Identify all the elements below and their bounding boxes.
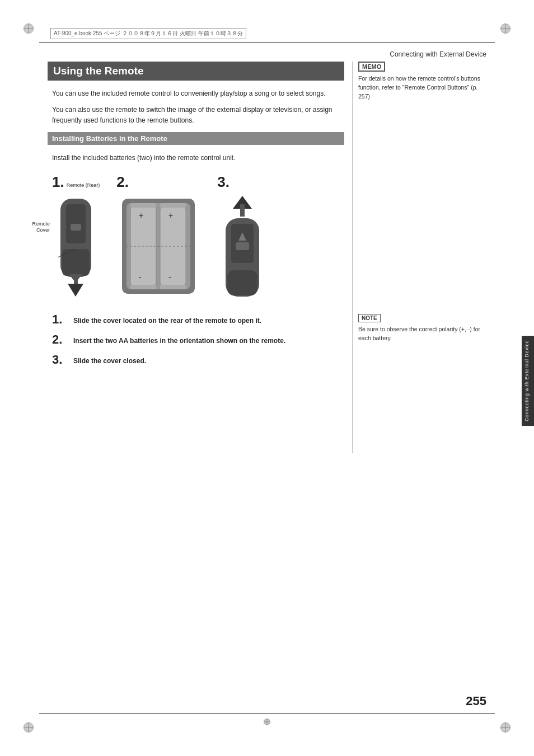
diagram-step1-label: Remote (Rear) [67,182,100,188]
corner-mark-tl [24,24,34,34]
remote-cover-label: RemoteCover [23,221,50,234]
top-border-line [39,42,495,43]
svg-text:-: - [168,273,171,281]
memo-text: For details on how the remote control's … [358,74,484,101]
corner-mark-br [500,722,510,732]
svg-text:-: - [139,273,142,281]
memo-label: MEMO [358,62,385,72]
corner-mark-bl [24,722,34,732]
svg-text:+: + [168,211,173,220]
page-header-title: Connecting with External Device [390,50,486,58]
diagram-step3-number: 3. [217,173,229,191]
diagram-step-3: 3. [217,173,268,299]
section-title: Using the Remote [48,62,344,81]
main-content: Using the Remote You can use the include… [48,62,344,706]
diagram-step-1: 1. Remote (Rear) RemoteCover [52,173,100,301]
file-info: AT-900_e.book 255 ページ ２００８年９月１６日 火曜日 午前１… [50,28,246,39]
svg-rect-22 [240,204,245,217]
diagram-step1-number: 1. [52,173,64,191]
svg-rect-3 [71,224,81,231]
step-item-2: 2. Insert the two AA batteries in the or… [52,334,344,346]
intro-paragraph-2: You can also use the remote to switch th… [48,105,344,126]
bottom-border-line [39,713,495,714]
svg-rect-24 [227,270,257,295]
remote-svg-1 [52,193,100,299]
bottom-center-mark [264,719,270,725]
step-item-1: 1. Slide the cover located on the rear o… [52,313,344,326]
diagram-step-2: 2. + - + - [116,173,200,299]
svg-rect-16 [130,203,156,208]
corner-mark-tr [500,24,510,34]
step-item-3: 3. Slide the cover closed. [52,354,344,366]
svg-rect-19 [160,285,186,289]
step-2-number: 2. [52,334,68,346]
install-text: Install the included batteries (two) int… [48,153,344,163]
remote-svg-3 [217,193,268,299]
svg-rect-26 [236,242,249,250]
svg-marker-7 [68,284,83,297]
page-number: 255 [466,694,486,708]
memo-box: MEMO For details on how the remote contr… [358,62,484,101]
step-1-number: 1. [52,313,68,326]
remote-svg-2: + - + - [116,193,200,299]
right-sidebar: MEMO For details on how the remote contr… [358,62,484,706]
steps-list: 1. Slide the cover located on the rear o… [48,313,344,366]
note-text: Be sure to observe the correct polarity … [358,325,484,343]
vertical-divider [353,62,353,453]
svg-text:+: + [139,211,143,220]
diagram-step2-number: 2. [116,173,129,191]
step-3-number: 3. [52,354,68,366]
note-label: NOTE [358,314,381,322]
svg-rect-18 [130,285,156,289]
svg-rect-17 [160,203,186,208]
subsection-title: Installing Batteries in the Remote [48,132,344,145]
note-box: NOTE Be sure to observe the correct pola… [358,313,484,343]
step-3-text: Slide the cover closed. [73,354,146,366]
step-1-text: Slide the cover located on the rear of t… [73,313,261,326]
side-tab: Connecting with External Device [522,336,534,426]
intro-paragraph-1: You can use the included remote control … [48,88,344,99]
diagram-area: 1. Remote (Rear) RemoteCover [48,173,344,301]
step-2-text: Insert the two AA batteries in the orien… [73,334,285,346]
